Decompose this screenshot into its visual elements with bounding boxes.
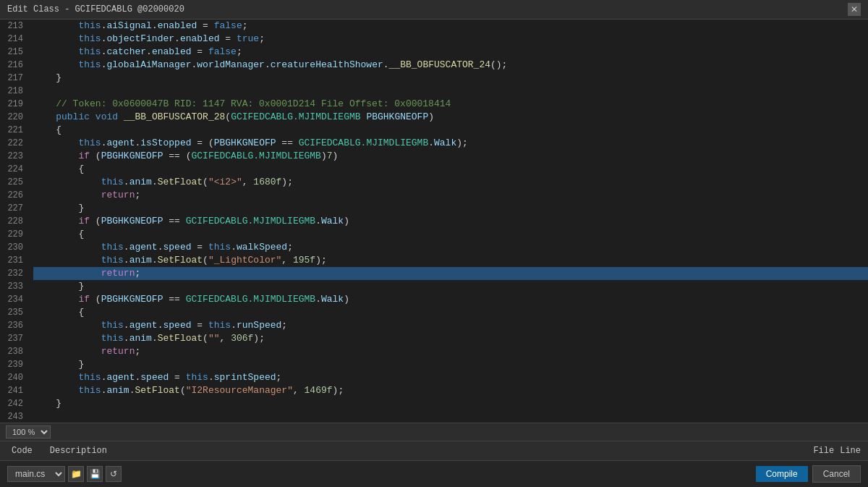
code-token: . bbox=[231, 319, 237, 332]
zoom-dropdown[interactable]: 100 % bbox=[6, 425, 51, 439]
code-token: PBGHKGNEOFP bbox=[214, 137, 276, 150]
code-line: if (PBGHKGNEOFP == GCIFEDCABLG.MJIMDLIEG… bbox=[33, 293, 868, 306]
code-token: ; bbox=[135, 345, 140, 358]
code-token: ); bbox=[281, 176, 293, 189]
code-line: return; bbox=[33, 189, 868, 202]
code-line: { bbox=[33, 124, 868, 137]
code-token bbox=[33, 111, 56, 124]
code-token: sprintSpeed bbox=[214, 371, 276, 384]
code-token: { bbox=[33, 228, 84, 241]
code-token: 306f bbox=[231, 332, 253, 345]
code-token: . bbox=[124, 241, 129, 254]
cancel-button[interactable]: Cancel bbox=[812, 465, 861, 483]
code-token: true bbox=[237, 33, 259, 46]
code-token bbox=[33, 241, 101, 254]
code-line: this.catcher.enabled = false; bbox=[33, 46, 868, 59]
zoom-bar: 100 % bbox=[0, 423, 868, 441]
code-token: GCIFEDCABLG.MJIMDLIEGMB bbox=[231, 111, 360, 124]
code-token: = bbox=[197, 20, 213, 33]
code-token: = bbox=[169, 371, 185, 384]
code-token: GCIFEDCABLG.MJIMDLIEGMB bbox=[299, 137, 428, 150]
code-token bbox=[33, 33, 78, 46]
line-number: 242 bbox=[6, 397, 23, 410]
code-token: ; bbox=[287, 241, 293, 254]
line-number: 237 bbox=[6, 332, 23, 345]
code-token: this bbox=[78, 371, 101, 384]
save-button[interactable]: 💾 bbox=[87, 466, 103, 482]
close-button[interactable]: ✕ bbox=[848, 3, 861, 16]
code-token bbox=[361, 111, 367, 124]
code-line: this.agent.isStopped = (PBGHKGNEOFP == G… bbox=[33, 137, 868, 150]
code-token: = bbox=[192, 319, 208, 332]
code-token bbox=[33, 371, 78, 384]
code-token: this bbox=[101, 176, 124, 189]
code-token: PBGHKGNEOFP bbox=[101, 215, 163, 228]
code-token: this bbox=[78, 33, 101, 46]
code-token: ) bbox=[344, 215, 349, 228]
status-right: File Line bbox=[813, 446, 861, 456]
tab-description[interactable]: Description bbox=[46, 444, 111, 457]
code-token bbox=[90, 111, 95, 124]
code-token: SetFloat bbox=[158, 254, 203, 267]
code-line: { bbox=[33, 228, 868, 241]
code-token: speed bbox=[140, 371, 169, 384]
code-token: ) bbox=[428, 111, 434, 124]
code-token: agent bbox=[106, 137, 135, 150]
code-token: GCIFEDCABLG.MJIMDLIEGMB bbox=[191, 150, 320, 163]
tab-code[interactable]: Code bbox=[7, 444, 37, 457]
code-token: ); bbox=[333, 384, 344, 397]
title-bar: Edit Class - GCIFEDCABLG @02000020 ✕ bbox=[0, 0, 868, 20]
code-line: this.anim.SetFloat("<i2>", 1680f); bbox=[33, 176, 868, 189]
line-number: 215 bbox=[6, 46, 23, 59]
code-token: == bbox=[163, 215, 185, 228]
code-token: void bbox=[95, 111, 118, 124]
code-token: ); bbox=[315, 254, 327, 267]
code-line: this.anim.SetFloat("_LightColor", 195f); bbox=[33, 254, 868, 267]
code-token: enabled bbox=[158, 20, 197, 33]
code-token: "" bbox=[208, 332, 220, 345]
code-token: . bbox=[231, 241, 237, 254]
code-token bbox=[33, 293, 78, 306]
code-line: if (PBGHKGNEOFP == GCIFEDCABLG.MJIMDLIEG… bbox=[33, 215, 868, 228]
line-number: 233 bbox=[6, 280, 23, 293]
line-number: 232 bbox=[6, 267, 23, 280]
code-token: } bbox=[33, 358, 84, 371]
file-dropdown[interactable]: main.cs bbox=[7, 466, 65, 482]
code-token: enabled bbox=[152, 46, 192, 59]
code-line: this.anim.SetFloat("I2ResourceManager", … bbox=[33, 384, 868, 397]
code-token: PBGHKGNEOFP bbox=[366, 111, 428, 124]
compile-button[interactable]: Compile bbox=[756, 466, 808, 482]
code-token bbox=[33, 254, 101, 267]
code-token: } bbox=[33, 202, 84, 215]
line-number: 219 bbox=[6, 98, 23, 111]
code-token: . bbox=[101, 59, 107, 72]
code-token: anim bbox=[129, 176, 152, 189]
code-token: . bbox=[135, 137, 140, 150]
code-line: } bbox=[33, 397, 868, 410]
code-token: ( bbox=[203, 254, 208, 267]
open-folder-button[interactable]: 📁 bbox=[68, 466, 84, 482]
line-number: 243 bbox=[6, 410, 23, 423]
code-token: isStopped bbox=[140, 137, 191, 150]
refresh-button[interactable]: ↺ bbox=[106, 466, 122, 482]
code-line: this.aiSignal.enabled = false; bbox=[33, 20, 868, 33]
code-token: ; bbox=[281, 319, 287, 332]
line-number: 231 bbox=[6, 254, 23, 267]
code-content: this.aiSignal.enabled = false; this.obje… bbox=[30, 20, 868, 423]
line-label: Line bbox=[840, 446, 861, 456]
code-token: __BB_OBFUSCATOR_24 bbox=[389, 59, 490, 72]
line-number: 216 bbox=[6, 59, 23, 72]
code-token: == bbox=[163, 293, 185, 306]
code-token: ( bbox=[90, 150, 101, 163]
code-line: this.objectFinder.enabled = true; bbox=[33, 33, 868, 46]
code-token: = bbox=[192, 241, 208, 254]
code-line: } bbox=[33, 72, 868, 85]
code-line: return; bbox=[33, 345, 868, 358]
code-scroll[interactable]: 2132142152162172182192202212222232242252… bbox=[0, 20, 868, 423]
code-line: } bbox=[33, 280, 868, 293]
code-token bbox=[33, 384, 78, 397]
code-token: __BB_OBFUSCATOR_28 bbox=[124, 111, 225, 124]
code-token bbox=[118, 111, 124, 124]
code-token: this bbox=[78, 59, 101, 72]
code-token: GCIFEDCABLG.MJIMDLIEGMB bbox=[186, 215, 315, 228]
